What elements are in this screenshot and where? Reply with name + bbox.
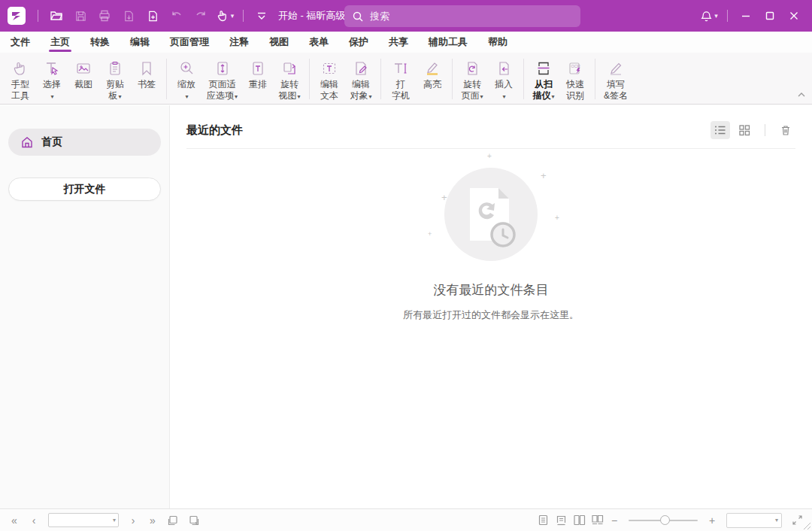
tab-edit[interactable]: 编辑 (130, 32, 150, 53)
previous-page-button[interactable]: ‹ (26, 514, 42, 526)
resize-grip[interactable] (801, 520, 811, 530)
open-file-icon[interactable] (47, 6, 66, 26)
view-separator (765, 124, 765, 136)
page-title: 最近的文件 (186, 123, 710, 138)
insert-label: 插入 (495, 79, 513, 90)
bookmark-label: 书签 (138, 79, 156, 90)
bell-dropdown-arrow[interactable]: ▾ (714, 12, 718, 20)
grid-view-button[interactable] (735, 121, 754, 139)
tab-home[interactable]: 主页 (50, 32, 70, 53)
combo-dropdown-arrow[interactable]: ▾ (775, 517, 778, 523)
typewriter-button[interactable]: 打 字机 (385, 56, 417, 102)
header-divider (186, 148, 795, 149)
sidebar-item-home[interactable]: 首页 (8, 129, 161, 156)
print-icon (95, 6, 114, 26)
page-number-combo[interactable]: ▾ (48, 513, 119, 527)
tab-organize[interactable]: 页面管理 (170, 32, 209, 53)
hand-tool-button[interactable]: 手型 工具 (5, 56, 36, 102)
scanner-icon (535, 58, 553, 79)
search-box[interactable] (344, 5, 580, 27)
typewriter-label: 打 字机 (392, 79, 410, 101)
ribbon-separator (523, 59, 524, 99)
new-document-icon[interactable] (143, 6, 162, 26)
search-input[interactable] (370, 11, 550, 22)
fit-page-button[interactable]: 页面适 应选项▾ (202, 56, 242, 102)
select-label: 选择 (43, 79, 61, 90)
minimize-button[interactable] (736, 6, 756, 26)
continuous-view-button[interactable] (552, 512, 570, 529)
maximize-button[interactable] (760, 6, 780, 26)
dropdown-arrow-icon: ▾ (235, 93, 238, 100)
titlebar-separator (727, 10, 728, 22)
rotate-pages-button[interactable]: 旋转 页面▾ (456, 56, 488, 102)
notification-bell-icon[interactable]: ▾ (699, 6, 719, 26)
reflow-button[interactable]: 重排 (242, 56, 274, 102)
facing-view-button[interactable] (570, 512, 588, 529)
quick-ocr-button[interactable]: OCR 快速 识别 (559, 56, 591, 102)
rotate-view-button[interactable]: 旋转 视图▾ (274, 56, 305, 102)
tab-protect[interactable]: 保护 (349, 32, 368, 53)
tab-comment[interactable]: 注释 (229, 32, 249, 53)
tab-file[interactable]: 文件 (11, 32, 30, 53)
zoom-in-button[interactable]: + (704, 514, 720, 526)
ribbon-separator (309, 59, 310, 99)
home-icon (20, 135, 34, 149)
highlight-button[interactable]: 高亮 (417, 56, 448, 102)
select-icon (43, 58, 61, 79)
tab-form[interactable]: 表单 (309, 32, 329, 53)
list-view-icon (714, 124, 726, 136)
edit-object-button[interactable]: 编辑 对象▾ (345, 56, 377, 102)
highlight-label: 高亮 (423, 79, 441, 90)
ribbon-collapse-button[interactable] (797, 87, 806, 101)
snapshot-icon (74, 58, 92, 79)
tab-share[interactable]: 共享 (389, 32, 408, 53)
zoom-slider[interactable] (629, 520, 698, 521)
open-file-button[interactable]: 打开文件 (8, 178, 161, 201)
zoom-out-button[interactable]: − (606, 514, 623, 526)
tab-view[interactable]: 视图 (269, 32, 289, 53)
single-page-view-button[interactable] (534, 512, 552, 529)
close-button[interactable] (784, 6, 804, 26)
fill-sign-button[interactable]: 填写 &签名 (599, 56, 632, 102)
redo-icon (191, 6, 211, 26)
titlebar-separator (38, 10, 38, 22)
tab-convert[interactable]: 转换 (90, 32, 110, 53)
clear-recent-button[interactable] (776, 121, 795, 139)
facing-continuous-view-button[interactable] (588, 512, 606, 529)
insert-button[interactable]: 插入 ▾ (488, 56, 520, 102)
list-view-button[interactable] (710, 121, 730, 139)
customize-toolbar-icon[interactable] (252, 6, 271, 26)
edit-text-button[interactable]: 编辑 文本 (314, 56, 345, 102)
combo-dropdown-arrow[interactable]: ▾ (113, 517, 116, 523)
tab-help[interactable]: 帮助 (488, 32, 508, 53)
recent-files-panel: 最近的文件 + + + + + (170, 105, 812, 508)
empty-file-icon: + + + + + (423, 158, 559, 271)
fit-page-icon (214, 58, 232, 79)
select-button[interactable]: 选择 ▾ (36, 56, 68, 102)
zoom-slider-handle[interactable] (660, 515, 670, 525)
next-page-button[interactable]: › (125, 514, 141, 526)
from-scanner-button[interactable]: 从扫 描仪▾ (528, 56, 559, 102)
save-icon (71, 6, 90, 26)
rotate-view-icon (280, 58, 298, 79)
hand-dropdown-arrow[interactable]: ▾ (231, 12, 235, 20)
page-number-input[interactable] (51, 516, 113, 525)
open-file-label: 打开文件 (64, 183, 106, 196)
bookmark-button[interactable]: 书签 (131, 56, 162, 102)
clipboard-icon (106, 58, 124, 79)
hand-tool-icon[interactable]: ▾ (215, 6, 235, 26)
clipboard-button[interactable]: 剪贴 板▾ (99, 56, 131, 102)
snapshot-label: 截图 (74, 79, 92, 90)
sidebar: 首页 打开文件 (0, 105, 170, 508)
next-view-button[interactable] (185, 512, 203, 529)
previous-view-button[interactable] (164, 512, 182, 529)
last-page-button[interactable]: » (144, 514, 161, 526)
zoom-level-combo[interactable]: ▾ (726, 513, 782, 528)
tab-accessibility[interactable]: 辅助工具 (429, 32, 468, 53)
zoom-button[interactable]: 缩放 ▾ (171, 56, 202, 102)
first-page-button[interactable]: « (6, 514, 23, 526)
hand-icon (11, 58, 29, 79)
zoom-level-input[interactable] (730, 516, 775, 525)
empty-title: 没有最近的文件条目 (434, 281, 549, 299)
snapshot-button[interactable]: 截图 (68, 56, 99, 102)
